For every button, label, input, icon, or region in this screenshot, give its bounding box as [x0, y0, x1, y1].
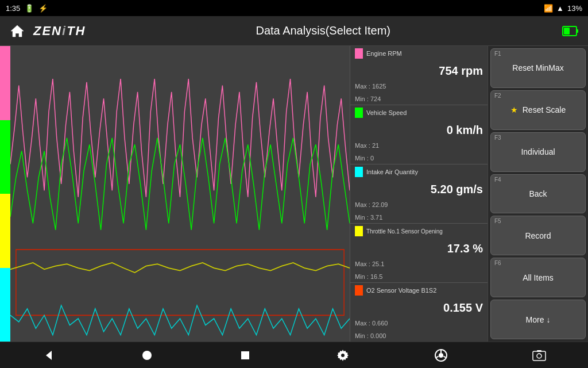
f3-label: F3 [494, 135, 501, 141]
o2-min: Min : 0.000 [355, 332, 483, 339]
speed-label: Vehicle Speed [366, 109, 407, 116]
chart-area [0, 46, 350, 342]
svg-marker-6 [46, 351, 52, 360]
throttle-bar [0, 194, 10, 268]
o2-label: O2 Sensor Voltage B1S2 [366, 287, 436, 294]
throttle-color-indicator [355, 226, 363, 236]
f3-individual-button[interactable]: F3 Individual [490, 132, 586, 172]
battery-icon: 🔋 [25, 4, 34, 13]
rpm-bar [0, 46, 10, 120]
svg-point-10 [341, 354, 345, 357]
o2-sensor-row: O2 Sensor Voltage B1S2 0.155 V Max : 0.6… [350, 283, 488, 342]
wifi-icon: ▲ [556, 4, 564, 13]
back-nav-button[interactable] [34, 345, 63, 366]
data-panel: Engine RPM 754 rpm Max : 1625 Min : 724 … [350, 46, 488, 342]
status-left: 1:35 🔋 ⚡ [6, 4, 48, 13]
svg-point-7 [142, 351, 152, 360]
signal-icon: 📶 [544, 4, 553, 13]
settings-nav-button[interactable] [328, 345, 357, 366]
page-title: Data Analysis(Select Item) [86, 24, 560, 37]
intake-value: 5.20 gm/s [355, 183, 483, 196]
recents-nav-button[interactable] [231, 345, 260, 366]
f5-record-button[interactable]: F5 Record [490, 216, 586, 255]
f6-button-text: All Items [523, 273, 554, 282]
svg-rect-3 [564, 28, 570, 34]
speed-bar [0, 120, 10, 194]
status-bar: 1:35 🔋 ⚡ 📶 ▲ 13% [0, 0, 588, 16]
throttle-row: Throttle No.1 Sensor Opening 17.3 % Max … [350, 224, 488, 283]
o2-max: Max : 0.660 [355, 320, 483, 327]
f4-label: F4 [494, 177, 501, 183]
o2-bar [0, 268, 10, 342]
f1-reset-minmax-button[interactable]: F1 Reset MinMax [490, 48, 586, 88]
rpm-max: Max : 1625 [355, 83, 483, 90]
f5-button-text: Record [525, 231, 551, 240]
function-buttons-panel: F1 Reset MinMax F2 ★ Reset Scale F3 Indi… [488, 46, 588, 342]
chrome-nav-button[interactable] [427, 345, 455, 366]
o2-color-indicator [355, 285, 363, 296]
svg-point-12 [439, 353, 443, 358]
rpm-label: Engine RPM [366, 50, 402, 57]
usb-icon: ⚡ [38, 4, 48, 13]
f5-label: F5 [494, 218, 501, 224]
throttle-max: Max : 25.1 [355, 260, 483, 267]
f6-all-items-button[interactable]: F6 All Items [490, 258, 586, 297]
f4-back-button[interactable]: F4 Back [490, 174, 586, 214]
vehicle-speed-row: Vehicle Speed 0 km/h Max : 21 Min : 0 [350, 105, 488, 164]
f1-button-text: Reset MinMax [512, 63, 563, 72]
intake-max: Max : 22.09 [355, 201, 483, 208]
home-button[interactable] [7, 21, 28, 41]
star-icon: ★ [510, 105, 518, 114]
engine-rpm-row: Engine RPM 754 rpm Max : 1625 Min : 724 [350, 46, 488, 105]
svg-rect-16 [533, 351, 546, 361]
f6-label: F6 [494, 260, 501, 266]
speed-min: Min : 0 [355, 155, 483, 162]
rpm-min: Min : 724 [355, 95, 483, 102]
f4-button-text: Back [529, 189, 547, 198]
throttle-value: 17.3 % [355, 242, 483, 255]
speed-value: 0 km/h [355, 124, 483, 137]
battery-header-icon [560, 21, 581, 41]
home-nav-button[interactable] [133, 345, 161, 366]
svg-rect-18 [537, 350, 541, 352]
svg-rect-2 [577, 29, 578, 33]
main-content: Engine RPM 754 rpm Max : 1625 Min : 724 … [0, 46, 588, 342]
throttle-min: Min : 16.5 [355, 273, 483, 280]
f2-button-text: Reset Scale [523, 105, 566, 114]
nav-bar [0, 342, 588, 368]
header: ZENiTH Data Analysis(Select Item) [0, 16, 588, 46]
speed-max: Max : 21 [355, 142, 483, 149]
throttle-label: Throttle No.1 Sensor Opening [366, 228, 443, 235]
f1-label: F1 [494, 51, 501, 57]
more-button-text: More ↓ [526, 315, 551, 324]
f2-label: F2 [494, 93, 501, 99]
intake-label: Intake Air Quantity [366, 168, 418, 175]
status-right: 📶 ▲ 13% [544, 4, 582, 13]
intake-min: Min : 3.71 [355, 214, 483, 221]
logo: ZENiTH [33, 24, 86, 39]
side-color-bars [0, 46, 10, 342]
chart-svg [10, 46, 350, 342]
svg-point-17 [537, 354, 541, 358]
f2-reset-scale-button[interactable]: F2 ★ Reset Scale [490, 90, 586, 130]
screenshot-nav-button[interactable] [525, 345, 554, 366]
more-button[interactable]: More ↓ [490, 300, 586, 339]
svg-rect-8 [241, 351, 249, 359]
svg-marker-0 [11, 25, 24, 37]
rpm-value: 754 rpm [355, 64, 483, 78]
rpm-color-indicator [355, 48, 363, 59]
intake-air-row: Intake Air Quantity 5.20 gm/s Max : 22.0… [350, 164, 488, 224]
intake-color-indicator [355, 167, 363, 177]
speed-color-indicator [355, 108, 363, 118]
status-time: 1:35 [6, 4, 20, 13]
f3-button-text: Individual [521, 147, 555, 156]
battery-pct: 13% [567, 4, 582, 13]
o2-value: 0.155 V [355, 301, 483, 315]
